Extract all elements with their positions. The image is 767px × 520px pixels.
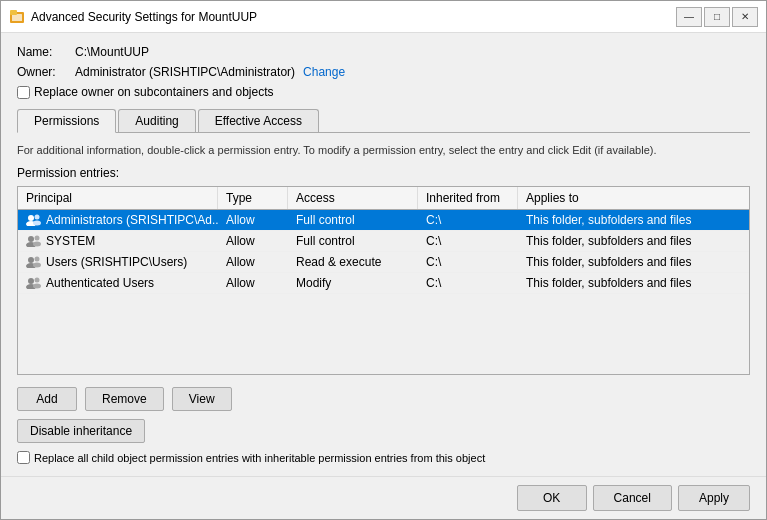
svg-point-7 (28, 236, 34, 242)
table-row[interactable]: SYSTEM Allow Full control C:\ This folde… (18, 231, 749, 252)
cell-access-2: Read & execute (288, 252, 418, 272)
svg-point-5 (35, 215, 40, 220)
cell-inherited-3: C:\ (418, 273, 518, 293)
name-label: Name: (17, 45, 67, 59)
cell-inherited-1: C:\ (418, 231, 518, 251)
cell-applies-0: This folder, subfolders and files (518, 210, 749, 230)
cell-principal-1: SYSTEM (18, 231, 218, 251)
cell-type-2: Allow (218, 252, 288, 272)
name-value: C:\MountUUP (75, 45, 149, 59)
svg-point-13 (35, 257, 40, 262)
table-row[interactable]: Authenticated Users Allow Modify C:\ Thi… (18, 273, 749, 294)
col-applies-to: Applies to (518, 187, 749, 209)
svg-point-14 (33, 263, 41, 268)
window-controls: — □ ✕ (676, 7, 758, 27)
cell-type-1: Allow (218, 231, 288, 251)
svg-rect-1 (12, 14, 22, 21)
cancel-button[interactable]: Cancel (593, 485, 672, 511)
advanced-security-dialog: Advanced Security Settings for MountUUP … (0, 0, 767, 520)
tab-bar: Permissions Auditing Effective Access (17, 109, 750, 133)
table-row[interactable]: Users (SRISHTIPC\Users) Allow Read & exe… (18, 252, 749, 273)
col-principal: Principal (18, 187, 218, 209)
permissions-table: Principal Type Access Inherited from App… (17, 186, 750, 375)
tab-effective-access[interactable]: Effective Access (198, 109, 319, 132)
minimize-button[interactable]: — (676, 7, 702, 27)
svg-rect-2 (10, 10, 17, 15)
cell-access-3: Modify (288, 273, 418, 293)
window-icon (9, 9, 25, 25)
action-buttons: Add Remove View (17, 387, 750, 411)
title-bar: Advanced Security Settings for MountUUP … (1, 1, 766, 33)
cell-principal-0: Administrators (SRISHTIPC\Ad... (18, 210, 218, 230)
maximize-button[interactable]: □ (704, 7, 730, 27)
replace-all-checkbox[interactable] (17, 451, 30, 464)
cell-principal-2: Users (SRISHTIPC\Users) (18, 252, 218, 272)
dialog-content: Name: C:\MountUUP Owner: Administrator (… (1, 33, 766, 476)
cell-applies-1: This folder, subfolders and files (518, 231, 749, 251)
users-icon-0 (26, 214, 42, 226)
cell-type-3: Allow (218, 273, 288, 293)
footer-checkbox-row: Replace all child object permission entr… (17, 451, 750, 464)
change-link[interactable]: Change (303, 65, 345, 79)
info-text: For additional information, double-click… (17, 143, 750, 158)
svg-point-10 (33, 242, 41, 247)
col-inherited: Inherited from (418, 187, 518, 209)
bottom-section: Add Remove View Disable inheritance Repl… (17, 387, 750, 464)
close-button[interactable]: ✕ (732, 7, 758, 27)
col-access: Access (288, 187, 418, 209)
view-button[interactable]: View (172, 387, 232, 411)
cell-inherited-0: C:\ (418, 210, 518, 230)
owner-label: Owner: (17, 65, 67, 79)
users-icon-2 (26, 256, 42, 268)
section-label: Permission entries: (17, 166, 750, 180)
table-body: Administrators (SRISHTIPC\Ad... Allow Fu… (18, 210, 749, 374)
cell-applies-3: This folder, subfolders and files (518, 273, 749, 293)
tab-auditing[interactable]: Auditing (118, 109, 195, 132)
owner-row: Owner: Administrator (SRISHTIPC\Administ… (17, 65, 750, 79)
cell-type-0: Allow (218, 210, 288, 230)
apply-button[interactable]: Apply (678, 485, 750, 511)
tab-permissions[interactable]: Permissions (17, 109, 116, 133)
svg-point-6 (33, 221, 41, 226)
owner-value: Administrator (SRISHTIPC\Administrator) (75, 65, 295, 79)
col-type: Type (218, 187, 288, 209)
cell-principal-3: Authenticated Users (18, 273, 218, 293)
ok-button[interactable]: OK (517, 485, 587, 511)
dialog-footer: OK Cancel Apply (1, 476, 766, 519)
svg-point-9 (35, 236, 40, 241)
name-row: Name: C:\MountUUP (17, 45, 750, 59)
disable-inheritance-button[interactable]: Disable inheritance (17, 419, 145, 443)
svg-point-3 (28, 215, 34, 221)
replace-owner-checkbox[interactable] (17, 86, 30, 99)
cell-inherited-2: C:\ (418, 252, 518, 272)
svg-point-17 (35, 278, 40, 283)
users-icon-1 (26, 235, 42, 247)
users-icon-3 (26, 277, 42, 289)
svg-point-18 (33, 284, 41, 289)
cell-access-0: Full control (288, 210, 418, 230)
svg-point-11 (28, 257, 34, 263)
replace-owner-row: Replace owner on subcontainers and objec… (17, 85, 750, 99)
footer-checkbox-label: Replace all child object permission entr… (34, 452, 485, 464)
window-title: Advanced Security Settings for MountUUP (31, 10, 670, 24)
remove-button[interactable]: Remove (85, 387, 164, 411)
add-button[interactable]: Add (17, 387, 77, 411)
table-header: Principal Type Access Inherited from App… (18, 187, 749, 210)
cell-applies-2: This folder, subfolders and files (518, 252, 749, 272)
cell-access-1: Full control (288, 231, 418, 251)
svg-point-15 (28, 278, 34, 284)
table-row[interactable]: Administrators (SRISHTIPC\Ad... Allow Fu… (18, 210, 749, 231)
replace-owner-label: Replace owner on subcontainers and objec… (34, 85, 273, 99)
